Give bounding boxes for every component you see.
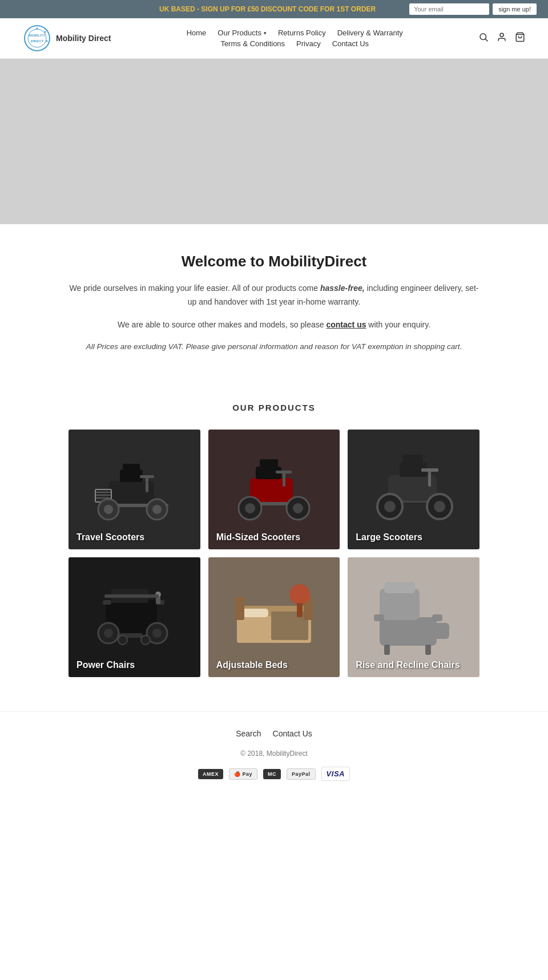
svg-rect-70 bbox=[374, 614, 384, 621]
svg-point-22 bbox=[104, 505, 113, 514]
nav-delivery-warranty[interactable]: Delivery & Warranty bbox=[337, 29, 403, 37]
svg-rect-13 bbox=[120, 469, 143, 482]
svg-point-42 bbox=[384, 501, 396, 512]
svg-rect-20 bbox=[140, 475, 154, 478]
svg-text:MOBILITY: MOBILITY bbox=[29, 34, 46, 37]
product-label-large: Large Scooters bbox=[348, 525, 480, 549]
products-grid: Travel Scooters bbox=[68, 430, 480, 677]
footer-link-search[interactable]: Search bbox=[236, 729, 261, 738]
logo-icon: MOBILITY DIRECT bbox=[23, 24, 51, 52]
svg-rect-52 bbox=[104, 594, 159, 598]
svg-point-0 bbox=[25, 26, 50, 51]
product-card-rise[interactable]: Rise and Recline Chairs bbox=[348, 557, 480, 677]
svg-point-1 bbox=[28, 29, 46, 47]
svg-point-58 bbox=[141, 635, 150, 645]
welcome-para1: We pride ourselves in making your life e… bbox=[68, 282, 480, 309]
payment-amex: AMEX bbox=[198, 769, 223, 779]
nav-returns-policy[interactable]: Returns Policy bbox=[278, 29, 326, 37]
svg-rect-40 bbox=[421, 468, 438, 472]
footer-link-contact[interactable]: Contact Us bbox=[273, 729, 312, 738]
top-banner: UK BASED - SIGN UP FOR £50 DISCOUNT CODE… bbox=[0, 0, 548, 18]
svg-point-56 bbox=[152, 629, 162, 638]
product-card-large[interactable]: Large Scooters bbox=[348, 430, 480, 549]
svg-rect-71 bbox=[432, 614, 442, 621]
welcome-heading: Welcome to MobilityDirect bbox=[68, 253, 480, 270]
svg-rect-69 bbox=[384, 582, 415, 593]
svg-rect-14 bbox=[123, 464, 140, 471]
hero-banner bbox=[0, 59, 548, 224]
nav-privacy[interactable]: Privacy bbox=[296, 39, 321, 48]
svg-rect-30 bbox=[276, 471, 292, 473]
svg-rect-72 bbox=[421, 623, 449, 639]
svg-point-44 bbox=[434, 501, 445, 512]
product-label-mid: Mid-Sized Scooters bbox=[208, 525, 340, 549]
nav-contact-us[interactable]: Contact Us bbox=[332, 39, 369, 48]
site-header: MOBILITY DIRECT Mobility Direct Home Our… bbox=[0, 18, 548, 59]
svg-point-24 bbox=[152, 505, 162, 514]
chevron-down-icon: ▾ bbox=[264, 30, 267, 36]
contact-link[interactable]: contact us bbox=[326, 320, 366, 329]
search-icon-link[interactable] bbox=[478, 32, 489, 45]
search-icon bbox=[478, 32, 489, 42]
signup-button[interactable]: sign me up! bbox=[493, 3, 537, 15]
product-label-rise: Rise and Recline Chairs bbox=[348, 653, 480, 677]
nav-our-products[interactable]: Our Products ▾ bbox=[217, 29, 267, 37]
payment-mastercard: MC bbox=[263, 769, 281, 779]
welcome-para2: We are able to source other makes and mo… bbox=[68, 318, 480, 332]
site-footer: Search Contact Us © 2018, MobilityDirect… bbox=[0, 711, 548, 798]
payment-visa: VISA bbox=[321, 767, 350, 781]
svg-point-54 bbox=[104, 629, 113, 638]
logo-link[interactable]: MOBILITY DIRECT Mobility Direct bbox=[23, 24, 111, 52]
nav-terms-conditions[interactable]: Terms & Conditions bbox=[220, 39, 285, 48]
products-section: OUR PRODUCTS bbox=[0, 386, 548, 711]
svg-point-9 bbox=[500, 33, 503, 37]
cart-icon-link[interactable] bbox=[515, 32, 525, 45]
svg-rect-28 bbox=[260, 459, 278, 468]
main-nav: Home Our Products ▾ Returns Policy Deliv… bbox=[187, 29, 403, 48]
footer-links: Search Contact Us bbox=[11, 729, 537, 738]
svg-point-34 bbox=[293, 503, 303, 513]
product-label-travel: Travel Scooters bbox=[68, 525, 200, 549]
header-icons bbox=[478, 32, 525, 45]
product-card-power[interactable]: Power Chairs bbox=[68, 557, 200, 677]
svg-point-57 bbox=[118, 635, 127, 645]
product-card-beds[interactable]: Adjustable Beds bbox=[208, 557, 340, 677]
svg-rect-68 bbox=[380, 589, 420, 620]
svg-point-7 bbox=[480, 34, 486, 40]
products-heading: OUR PRODUCTS bbox=[23, 403, 525, 412]
svg-point-6 bbox=[46, 41, 48, 42]
welcome-section: Welcome to MobilityDirect We pride ourse… bbox=[0, 224, 548, 386]
svg-rect-63 bbox=[235, 597, 244, 620]
svg-rect-47 bbox=[103, 600, 111, 605]
hassle-free-text: hassle-free, bbox=[320, 284, 365, 293]
nav-home[interactable]: Home bbox=[187, 29, 207, 37]
svg-point-4 bbox=[37, 28, 38, 30]
product-card-mid[interactable]: Mid-Sized Scooters bbox=[208, 430, 340, 549]
svg-point-32 bbox=[245, 503, 255, 513]
payment-paypal: PayPal bbox=[287, 768, 316, 780]
payment-icons: AMEX 🍎 Pay MC PayPal VISA bbox=[11, 767, 537, 781]
account-icon-link[interactable] bbox=[497, 32, 507, 45]
product-label-beds: Adjustable Beds bbox=[208, 653, 340, 677]
product-card-travel[interactable]: Travel Scooters bbox=[68, 430, 200, 549]
footer-copyright: © 2018, MobilityDirect bbox=[11, 750, 537, 758]
promo-text: UK BASED - SIGN UP FOR £50 DISCOUNT CODE… bbox=[126, 5, 409, 13]
vat-note: All Prices are excluding VAT. Please giv… bbox=[68, 341, 480, 354]
logo-text: Mobility Direct bbox=[56, 33, 111, 43]
svg-point-65 bbox=[289, 584, 310, 605]
svg-rect-62 bbox=[271, 612, 308, 640]
svg-rect-66 bbox=[297, 603, 303, 617]
payment-applepay: 🍎 Pay bbox=[229, 768, 257, 780]
svg-rect-38 bbox=[402, 455, 423, 464]
svg-text:DIRECT: DIRECT bbox=[31, 39, 44, 43]
email-input[interactable] bbox=[409, 3, 489, 15]
person-icon bbox=[497, 32, 507, 42]
email-signup-form: sign me up! bbox=[409, 3, 537, 15]
cart-icon bbox=[515, 32, 525, 42]
svg-line-8 bbox=[485, 39, 487, 41]
svg-point-5 bbox=[45, 31, 46, 33]
product-label-power: Power Chairs bbox=[68, 653, 200, 677]
